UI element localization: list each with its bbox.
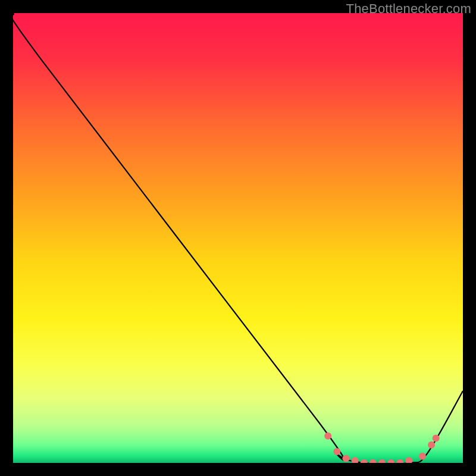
curve-marker — [428, 441, 435, 449]
curve-marker — [342, 455, 349, 462]
curve-marker — [333, 448, 340, 455]
curve-marker — [419, 453, 426, 460]
watermark-label: TheBottlenecker.com — [346, 1, 471, 17]
chart-background — [13, 13, 463, 463]
bottleneck-chart — [13, 13, 463, 463]
curve-marker — [324, 433, 331, 440]
chart-stage: TheBottlenecker.com — [0, 0, 476, 476]
curve-marker — [433, 434, 440, 441]
